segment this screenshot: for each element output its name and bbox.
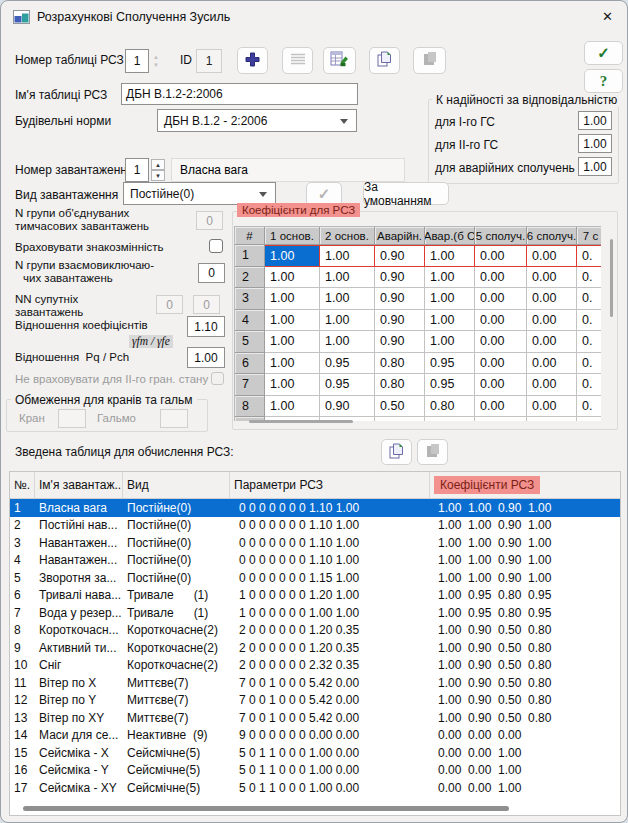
coeff-cell[interactable]: 1.00 xyxy=(425,331,475,353)
coeff-row-number[interactable]: 1 xyxy=(235,245,265,267)
coeff-row-number[interactable]: 3 xyxy=(235,288,265,310)
coeff-cell[interactable]: 0. xyxy=(577,374,601,396)
coeff-cell[interactable]: 1.00 xyxy=(265,288,320,310)
coeff-cell[interactable]: 0.00 xyxy=(527,396,577,418)
coeff-cell[interactable]: 0.00 xyxy=(527,417,577,421)
coeff-cell[interactable]: 0.00 xyxy=(475,396,527,418)
coeff-cell[interactable]: 0.90 xyxy=(320,396,375,418)
coeff-cell[interactable]: 0.00 xyxy=(475,288,527,310)
summary-row[interactable]: 17Сейсміка - XYСейсмічне(5)5 0 1 1 0 0 0… xyxy=(10,779,620,797)
sign-alternating-checkbox[interactable] xyxy=(209,239,223,253)
summary-row[interactable]: 12Вітер по YМиттєве(7)7 0 0 1 0 0 0 5.42… xyxy=(10,692,620,710)
coeff-cell[interactable]: 1.00 xyxy=(320,267,375,289)
format-table-button[interactable] xyxy=(323,47,356,74)
coeff-cell[interactable]: 1.00 xyxy=(265,374,320,396)
spin-up-icon[interactable]: ▲ xyxy=(153,53,159,61)
coeff-cell[interactable]: 1.00 xyxy=(265,331,320,353)
summary-row[interactable]: 16Сейсміка - YСейсмічне(5)5 0 1 1 0 0 0 … xyxy=(10,762,620,780)
coeff-cell[interactable]: 0.80 xyxy=(425,396,475,418)
coeff-row-number[interactable]: 2 xyxy=(235,267,265,289)
coeff-cell[interactable]: 0.00 xyxy=(527,353,577,375)
add-table-button[interactable] xyxy=(237,47,268,74)
coeff-table-hscrollbar-thumb[interactable] xyxy=(249,420,353,423)
load-number-input[interactable]: 1 xyxy=(125,158,149,182)
coeff-cell[interactable]: 0.00 xyxy=(475,310,527,332)
coeff-cell[interactable]: 1.00 xyxy=(265,353,320,375)
coeff-cell[interactable]: 0.90 xyxy=(375,288,425,310)
copy-summary-button[interactable] xyxy=(381,439,412,465)
coeff-row-number[interactable]: 4 xyxy=(235,310,265,332)
pq-pch-field[interactable]: 1.00 xyxy=(187,347,225,368)
coeff-cell[interactable]: 0.00 xyxy=(475,353,527,375)
table-number-input[interactable]: 1 xyxy=(125,49,149,73)
coeff-cell[interactable]: 0.00 xyxy=(527,245,577,267)
coeff-row-number[interactable]: 8 xyxy=(235,396,265,418)
spin-down-icon[interactable]: ▼ xyxy=(151,170,165,181)
coeff-row-number[interactable]: 6 xyxy=(235,353,265,375)
coeff-cell[interactable]: 1.00 xyxy=(265,267,320,289)
coeff-cell[interactable]: 1.00 xyxy=(320,331,375,353)
summary-col-coeffs[interactable]: Коефіцієнти РСЗ xyxy=(430,472,620,498)
mutual-groups-field[interactable]: 0 xyxy=(198,263,225,283)
summary-table-hscrollbar-thumb[interactable] xyxy=(23,806,509,811)
coeff-cell[interactable]: 0. xyxy=(577,331,601,353)
coeff-cell[interactable]: 0.90 xyxy=(375,331,425,353)
coeff-cell[interactable]: 1.00 xyxy=(265,245,320,267)
summary-row[interactable]: 14Маси для се...Неактивне (9)9 0 0 0 0 0… xyxy=(10,727,620,745)
summary-col-number[interactable]: №. xyxy=(10,472,35,498)
reliability-field-3[interactable]: 1.00 xyxy=(578,157,612,176)
coeff-cell[interactable]: 1.00 xyxy=(425,267,475,289)
norms-select[interactable]: ДБН В.1.2 - 2:2006 xyxy=(157,109,357,132)
coeff-cell[interactable]: 0.95 xyxy=(425,374,475,396)
coeff-cell[interactable]: 0.80 xyxy=(375,374,425,396)
coeff-cell[interactable]: 0.00 xyxy=(527,374,577,396)
summary-col-name[interactable]: Ім'я завантаж... xyxy=(35,472,123,498)
ok-button[interactable]: ✓ xyxy=(584,41,623,65)
coeff-cell[interactable]: 0.00 xyxy=(475,245,527,267)
reliability-field-1[interactable]: 1.00 xyxy=(578,111,612,130)
coeff-cell[interactable]: 0. xyxy=(577,267,601,289)
coeff-cell[interactable]: 1.00 xyxy=(425,310,475,332)
coeff-cell[interactable]: 0. xyxy=(577,288,601,310)
coeff-cell[interactable]: 0.00 xyxy=(475,267,527,289)
summary-row[interactable]: 4Навантажен...Постійне(0)0 0 0 0 0 0 0 1… xyxy=(10,552,620,570)
coeff-cell[interactable]: 0.80 xyxy=(425,417,475,421)
summary-row[interactable]: 6Тривалі нава...Тривале (1)1 0 0 0 0 0 0… xyxy=(10,587,620,605)
table-name-input[interactable]: ДБН В.1.2-2:2006 xyxy=(121,83,358,105)
coeff-cell[interactable]: 1.00 xyxy=(265,310,320,332)
coeff-cell[interactable]: 1.00 xyxy=(320,245,375,267)
coeff-cell[interactable]: 1.00 xyxy=(265,396,320,418)
coeff-cell[interactable]: 0.50 xyxy=(375,396,425,418)
help-button[interactable]: ? xyxy=(584,69,623,93)
coeff-cell[interactable]: 0. xyxy=(577,310,601,332)
coeff-cell[interactable]: 0.80 xyxy=(375,353,425,375)
coeff-cell[interactable]: 0.95 xyxy=(320,353,375,375)
coeff-cell[interactable]: 0.95 xyxy=(425,353,475,375)
summary-row[interactable]: 8Короткочасн...Короткочасне(2)2 0 0 0 0 … xyxy=(10,622,620,640)
coeff-cell[interactable]: 0.00 xyxy=(475,374,527,396)
table-number-stepper[interactable]: ▲ ▼ xyxy=(149,49,163,73)
reliability-field-2[interactable]: 1.00 xyxy=(578,134,612,153)
summary-row[interactable]: 1Власна вагаПостійне(0)0 0 0 0 0 0 0 1.1… xyxy=(10,499,620,517)
coeff-cell[interactable]: 1.00 xyxy=(425,288,475,310)
summary-row[interactable]: 9Активний ти...Короткочасне(2)2 0 0 0 0 … xyxy=(10,639,620,657)
coeff-cell[interactable]: 0. xyxy=(577,245,601,267)
summary-row[interactable]: 15Сейсміка - XСейсмічне(5)5 0 1 1 0 0 0 … xyxy=(10,744,620,762)
coeff-cell[interactable]: 0.00 xyxy=(527,331,577,353)
coeff-cell[interactable]: 0.00 xyxy=(527,288,577,310)
summary-row[interactable]: 13Вітер по XYМиттєве(7)7 0 0 1 0 0 0 5.4… xyxy=(10,709,620,727)
coeff-cell[interactable]: 0.00 xyxy=(475,331,527,353)
spin-up-icon[interactable]: ▲ xyxy=(151,159,165,170)
coeff-cell[interactable]: 0. xyxy=(577,417,601,421)
load-kind-select[interactable]: Постійне(0) xyxy=(123,182,276,205)
coeff-cell[interactable]: 0.00 xyxy=(527,267,577,289)
coeff-cell[interactable]: 0.90 xyxy=(375,267,425,289)
coeff-cell[interactable]: 0.95 xyxy=(320,374,375,396)
spin-down-icon[interactable]: ▼ xyxy=(153,61,159,69)
coeff-cell[interactable]: 0. xyxy=(577,353,601,375)
copy-table-button[interactable] xyxy=(369,47,400,74)
summary-row[interactable]: 10СнігКороткочасне(2)2 0 0 0 0 0 0 2.32 … xyxy=(10,657,620,675)
coeff-ratio-field[interactable]: 1.10 xyxy=(187,316,225,337)
close-icon[interactable]: ✕ xyxy=(602,9,613,24)
summary-row[interactable]: 5Зворотня за...Постійне(0)0 0 0 0 0 0 0 … xyxy=(10,569,620,587)
